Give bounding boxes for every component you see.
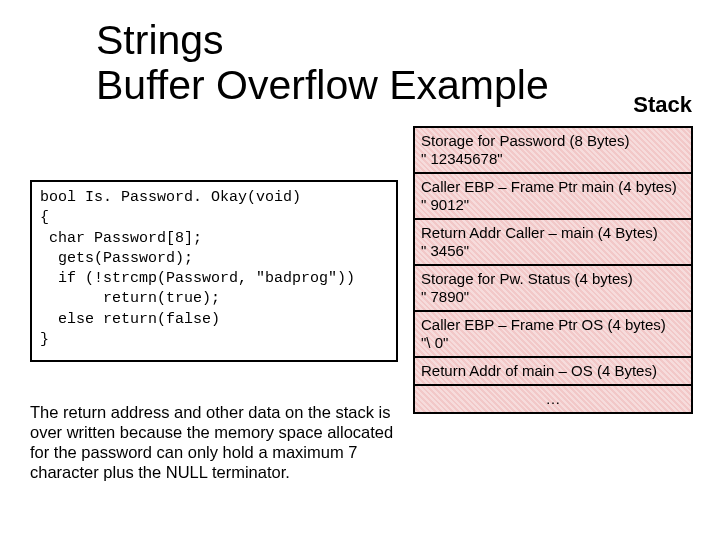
title-line-1: Strings [96,17,224,63]
code-line: gets(Password); [40,249,388,269]
stack-cell-value: " 12345678" [421,150,685,168]
stack-cell-value: " 9012" [421,196,685,214]
stack-cell-label: Return Addr Caller – main (4 Bytes) [421,224,658,241]
explanation-text: The return address and other data on the… [30,402,400,483]
stack-cell-label: Caller EBP – Frame Ptr OS (4 bytes) [421,316,666,333]
code-line: else return(false) [40,310,388,330]
stack-cell: Return Addr of main – OS (4 Bytes) [415,356,691,384]
stack-cell-value: " 7890" [421,288,685,306]
code-line: return(true); [40,289,388,309]
code-line: if (!strcmp(Password, "badprog")) [40,269,388,289]
slide-title: Strings Buffer Overflow Example [96,18,549,108]
code-line: { [40,208,388,228]
stack-cell: Caller EBP – Frame Ptr OS (4 bytes) "\ 0… [415,310,691,356]
stack-cell-label: Storage for Password (8 Bytes) [421,132,629,149]
code-line: bool Is. Password. Okay(void) [40,188,388,208]
title-line-2: Buffer Overflow Example [96,62,549,108]
stack-cell-label: … [546,390,561,407]
stack-cell-label: Return Addr of main – OS (4 Bytes) [421,362,657,379]
code-line: char Password[8]; [40,229,388,249]
stack-cell-label: Caller EBP – Frame Ptr main (4 bytes) [421,178,677,195]
stack-cell: Storage for Password (8 Bytes) " 1234567… [415,126,691,172]
stack-cell: Return Addr Caller – main (4 Bytes) " 34… [415,218,691,264]
code-listing: bool Is. Password. Okay(void) { char Pas… [30,180,398,362]
stack-cell-value: "\ 0" [421,334,685,352]
stack-cell: Caller EBP – Frame Ptr main (4 bytes) " … [415,172,691,218]
code-line: } [40,330,388,350]
stack-diagram: Storage for Password (8 Bytes) " 1234567… [413,126,693,414]
stack-cell: Storage for Pw. Status (4 bytes) " 7890" [415,264,691,310]
stack-cell-ellipsis: … [415,384,691,412]
stack-heading: Stack [633,92,692,118]
stack-cell-value: " 3456" [421,242,685,260]
stack-cell-label: Storage for Pw. Status (4 bytes) [421,270,633,287]
